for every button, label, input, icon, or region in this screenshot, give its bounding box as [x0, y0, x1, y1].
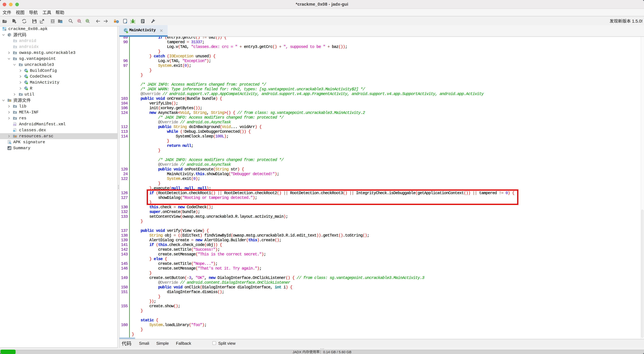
svg-text:J: J: [14, 130, 14, 132]
svg-text:MF: MF: [14, 124, 16, 126]
